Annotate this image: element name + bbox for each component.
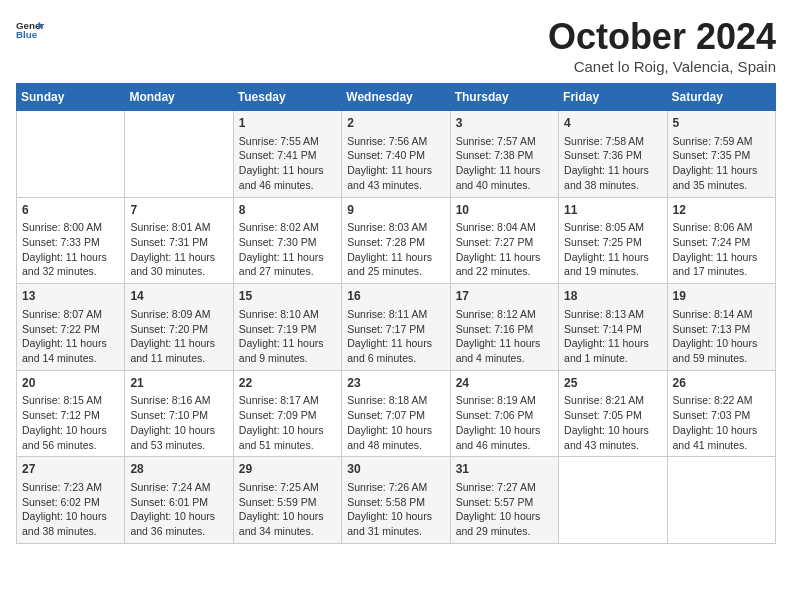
calendar-cell: 26Sunrise: 8:22 AM Sunset: 7:03 PM Dayli… — [667, 370, 775, 457]
day-number: 18 — [564, 288, 661, 305]
day-info: Sunrise: 8:15 AM Sunset: 7:12 PM Dayligh… — [22, 393, 119, 452]
day-number: 30 — [347, 461, 444, 478]
calendar-cell: 4Sunrise: 7:58 AM Sunset: 7:36 PM Daylig… — [559, 111, 667, 198]
calendar-cell: 11Sunrise: 8:05 AM Sunset: 7:25 PM Dayli… — [559, 197, 667, 284]
day-info: Sunrise: 8:04 AM Sunset: 7:27 PM Dayligh… — [456, 220, 553, 279]
calendar-cell: 18Sunrise: 8:13 AM Sunset: 7:14 PM Dayli… — [559, 284, 667, 371]
day-number: 2 — [347, 115, 444, 132]
day-info: Sunrise: 8:03 AM Sunset: 7:28 PM Dayligh… — [347, 220, 444, 279]
day-number: 22 — [239, 375, 336, 392]
calendar-cell: 13Sunrise: 8:07 AM Sunset: 7:22 PM Dayli… — [17, 284, 125, 371]
calendar-cell — [125, 111, 233, 198]
calendar-cell — [667, 457, 775, 544]
day-number: 19 — [673, 288, 770, 305]
day-number: 8 — [239, 202, 336, 219]
calendar-cell: 20Sunrise: 8:15 AM Sunset: 7:12 PM Dayli… — [17, 370, 125, 457]
day-number: 21 — [130, 375, 227, 392]
day-info: Sunrise: 8:07 AM Sunset: 7:22 PM Dayligh… — [22, 307, 119, 366]
day-info: Sunrise: 8:02 AM Sunset: 7:30 PM Dayligh… — [239, 220, 336, 279]
day-number: 14 — [130, 288, 227, 305]
col-thursday: Thursday — [450, 84, 558, 111]
day-number: 15 — [239, 288, 336, 305]
calendar-cell: 28Sunrise: 7:24 AM Sunset: 6:01 PM Dayli… — [125, 457, 233, 544]
calendar-cell: 24Sunrise: 8:19 AM Sunset: 7:06 PM Dayli… — [450, 370, 558, 457]
calendar-cell — [17, 111, 125, 198]
col-sunday: Sunday — [17, 84, 125, 111]
col-tuesday: Tuesday — [233, 84, 341, 111]
day-number: 16 — [347, 288, 444, 305]
calendar-cell: 6Sunrise: 8:00 AM Sunset: 7:33 PM Daylig… — [17, 197, 125, 284]
calendar-cell: 5Sunrise: 7:59 AM Sunset: 7:35 PM Daylig… — [667, 111, 775, 198]
day-number: 6 — [22, 202, 119, 219]
day-info: Sunrise: 7:55 AM Sunset: 7:41 PM Dayligh… — [239, 134, 336, 193]
calendar-cell: 27Sunrise: 7:23 AM Sunset: 6:02 PM Dayli… — [17, 457, 125, 544]
calendar-cell: 29Sunrise: 7:25 AM Sunset: 5:59 PM Dayli… — [233, 457, 341, 544]
day-number: 25 — [564, 375, 661, 392]
day-number: 24 — [456, 375, 553, 392]
calendar-cell: 19Sunrise: 8:14 AM Sunset: 7:13 PM Dayli… — [667, 284, 775, 371]
svg-text:Blue: Blue — [16, 29, 38, 40]
calendar-cell: 12Sunrise: 8:06 AM Sunset: 7:24 PM Dayli… — [667, 197, 775, 284]
calendar-header-row: Sunday Monday Tuesday Wednesday Thursday… — [17, 84, 776, 111]
calendar-cell: 7Sunrise: 8:01 AM Sunset: 7:31 PM Daylig… — [125, 197, 233, 284]
day-number: 1 — [239, 115, 336, 132]
day-number: 7 — [130, 202, 227, 219]
day-info: Sunrise: 8:06 AM Sunset: 7:24 PM Dayligh… — [673, 220, 770, 279]
day-info: Sunrise: 8:14 AM Sunset: 7:13 PM Dayligh… — [673, 307, 770, 366]
calendar-cell: 22Sunrise: 8:17 AM Sunset: 7:09 PM Dayli… — [233, 370, 341, 457]
day-info: Sunrise: 7:59 AM Sunset: 7:35 PM Dayligh… — [673, 134, 770, 193]
calendar-week-row: 27Sunrise: 7:23 AM Sunset: 6:02 PM Dayli… — [17, 457, 776, 544]
day-info: Sunrise: 8:19 AM Sunset: 7:06 PM Dayligh… — [456, 393, 553, 452]
day-info: Sunrise: 7:24 AM Sunset: 6:01 PM Dayligh… — [130, 480, 227, 539]
calendar-cell: 10Sunrise: 8:04 AM Sunset: 7:27 PM Dayli… — [450, 197, 558, 284]
calendar-cell: 30Sunrise: 7:26 AM Sunset: 5:58 PM Dayli… — [342, 457, 450, 544]
day-info: Sunrise: 8:18 AM Sunset: 7:07 PM Dayligh… — [347, 393, 444, 452]
day-info: Sunrise: 7:58 AM Sunset: 7:36 PM Dayligh… — [564, 134, 661, 193]
calendar-week-row: 13Sunrise: 8:07 AM Sunset: 7:22 PM Dayli… — [17, 284, 776, 371]
day-number: 9 — [347, 202, 444, 219]
logo: General Blue — [16, 16, 44, 44]
day-number: 27 — [22, 461, 119, 478]
page-header: General Blue October 2024 Canet lo Roig,… — [16, 16, 776, 75]
day-number: 26 — [673, 375, 770, 392]
day-info: Sunrise: 8:11 AM Sunset: 7:17 PM Dayligh… — [347, 307, 444, 366]
title-block: October 2024 Canet lo Roig, Valencia, Sp… — [548, 16, 776, 75]
day-number: 10 — [456, 202, 553, 219]
calendar-cell: 23Sunrise: 8:18 AM Sunset: 7:07 PM Dayli… — [342, 370, 450, 457]
calendar-table: Sunday Monday Tuesday Wednesday Thursday… — [16, 83, 776, 544]
day-info: Sunrise: 8:13 AM Sunset: 7:14 PM Dayligh… — [564, 307, 661, 366]
calendar-cell: 16Sunrise: 8:11 AM Sunset: 7:17 PM Dayli… — [342, 284, 450, 371]
day-number: 13 — [22, 288, 119, 305]
logo-icon: General Blue — [16, 16, 44, 44]
col-monday: Monday — [125, 84, 233, 111]
calendar-cell: 14Sunrise: 8:09 AM Sunset: 7:20 PM Dayli… — [125, 284, 233, 371]
day-number: 17 — [456, 288, 553, 305]
day-info: Sunrise: 8:10 AM Sunset: 7:19 PM Dayligh… — [239, 307, 336, 366]
calendar-cell — [559, 457, 667, 544]
day-info: Sunrise: 8:22 AM Sunset: 7:03 PM Dayligh… — [673, 393, 770, 452]
day-number: 23 — [347, 375, 444, 392]
calendar-cell: 2Sunrise: 7:56 AM Sunset: 7:40 PM Daylig… — [342, 111, 450, 198]
day-info: Sunrise: 7:27 AM Sunset: 5:57 PM Dayligh… — [456, 480, 553, 539]
day-number: 3 — [456, 115, 553, 132]
day-info: Sunrise: 7:23 AM Sunset: 6:02 PM Dayligh… — [22, 480, 119, 539]
month-title: October 2024 — [548, 16, 776, 58]
calendar-cell: 1Sunrise: 7:55 AM Sunset: 7:41 PM Daylig… — [233, 111, 341, 198]
day-info: Sunrise: 7:57 AM Sunset: 7:38 PM Dayligh… — [456, 134, 553, 193]
day-info: Sunrise: 8:12 AM Sunset: 7:16 PM Dayligh… — [456, 307, 553, 366]
day-info: Sunrise: 8:01 AM Sunset: 7:31 PM Dayligh… — [130, 220, 227, 279]
day-info: Sunrise: 8:21 AM Sunset: 7:05 PM Dayligh… — [564, 393, 661, 452]
day-number: 31 — [456, 461, 553, 478]
calendar-cell: 21Sunrise: 8:16 AM Sunset: 7:10 PM Dayli… — [125, 370, 233, 457]
calendar-cell: 25Sunrise: 8:21 AM Sunset: 7:05 PM Dayli… — [559, 370, 667, 457]
col-wednesday: Wednesday — [342, 84, 450, 111]
calendar-cell: 8Sunrise: 8:02 AM Sunset: 7:30 PM Daylig… — [233, 197, 341, 284]
day-info: Sunrise: 8:17 AM Sunset: 7:09 PM Dayligh… — [239, 393, 336, 452]
day-number: 4 — [564, 115, 661, 132]
calendar-cell: 9Sunrise: 8:03 AM Sunset: 7:28 PM Daylig… — [342, 197, 450, 284]
day-number: 11 — [564, 202, 661, 219]
calendar-week-row: 1Sunrise: 7:55 AM Sunset: 7:41 PM Daylig… — [17, 111, 776, 198]
day-info: Sunrise: 8:09 AM Sunset: 7:20 PM Dayligh… — [130, 307, 227, 366]
day-info: Sunrise: 7:26 AM Sunset: 5:58 PM Dayligh… — [347, 480, 444, 539]
location: Canet lo Roig, Valencia, Spain — [548, 58, 776, 75]
